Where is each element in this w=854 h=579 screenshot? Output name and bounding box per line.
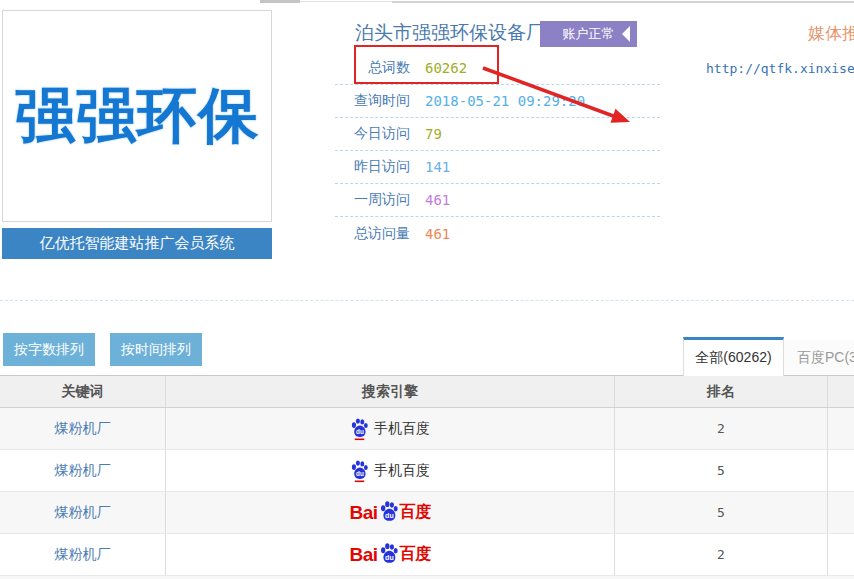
top-edge-line xyxy=(300,1,392,2)
keyword-link[interactable]: 煤粉机厂 xyxy=(55,546,111,564)
badge-ribbon-notch-icon xyxy=(622,26,630,42)
annotation-highlight-rect xyxy=(354,45,499,84)
rank-value: 2 xyxy=(717,547,725,562)
tab-all-keywords[interactable]: 全部(60262) xyxy=(683,337,784,376)
account-status-label: 账户正常 xyxy=(563,25,615,43)
stat-label: 一周访问 xyxy=(335,191,410,209)
column-header-engine: 搜索引擎 xyxy=(166,376,615,407)
baidu-logo-bai-text: Bai xyxy=(349,544,377,566)
seo-member-dashboard: { "header": { "logo_text": "强强环保", "bann… xyxy=(0,0,854,579)
member-system-banner: 亿优托智能建站推广会员系统 xyxy=(2,228,272,259)
baidu-pc-logo: Bai du 百度 xyxy=(349,542,430,567)
company-logo-box: 强强环保 xyxy=(2,10,272,222)
engine-name: 手机百度 xyxy=(374,420,430,438)
keyword-rank-table: 关键词 搜索引擎 排名 煤粉机厂 du 手机百度 2 煤粉机 xyxy=(0,375,854,579)
top-edge-line xyxy=(260,0,300,3)
svg-text:du: du xyxy=(356,470,364,477)
baidu-paw-icon: du xyxy=(379,542,399,567)
stat-value: 141 xyxy=(425,159,450,175)
column-header-extra xyxy=(828,376,854,407)
stat-row-total-visits: 总访问量 461 xyxy=(335,217,660,250)
svg-text:du: du xyxy=(385,512,394,520)
mobile-baidu-paw-icon: du xyxy=(350,459,369,483)
stat-row-today-visits: 今日访问 79 xyxy=(335,118,660,151)
stat-label: 昨日访问 xyxy=(335,158,410,176)
site-url-link[interactable]: http://qtfk.xinxisea. xyxy=(706,61,854,76)
rank-value: 5 xyxy=(717,505,725,520)
engine-cell: du 手机百度 xyxy=(350,417,430,441)
stat-label: 今日访问 xyxy=(335,125,410,143)
svg-text:du: du xyxy=(356,428,364,435)
table-row: 煤粉机厂 du 手机百度 5 xyxy=(0,450,854,492)
rank-value: 2 xyxy=(717,421,725,436)
baidu-logo-cn-text: 百度 xyxy=(400,502,431,523)
svg-text:du: du xyxy=(385,554,394,562)
stat-value: 79 xyxy=(425,126,442,142)
sort-by-wordcount-button[interactable]: 按字数排列 xyxy=(3,333,95,366)
column-header-keyword: 关键词 xyxy=(0,376,166,407)
engine-name: 手机百度 xyxy=(374,462,430,480)
media-section-label: 媒体推广 xyxy=(808,22,854,45)
stat-row-yesterday-visits: 昨日访问 141 xyxy=(335,151,660,184)
stat-label: 总访问量 xyxy=(335,225,410,243)
baidu-logo-bai-text: Bai xyxy=(349,502,377,524)
keyword-link[interactable]: 煤粉机厂 xyxy=(55,420,111,438)
column-header-rank: 排名 xyxy=(615,376,828,407)
table-row: 煤粉机厂 du 手机百度 2 xyxy=(0,408,854,450)
table-row: 煤粉机厂 Bai du 百度 2 xyxy=(0,534,854,576)
account-status-badge: 账户正常 xyxy=(540,21,637,47)
section-divider xyxy=(0,300,854,301)
sort-by-time-button[interactable]: 按时间排列 xyxy=(110,333,202,366)
keyword-link[interactable]: 煤粉机厂 xyxy=(55,504,111,522)
tab-baidu-pc[interactable]: 百度PC(30 xyxy=(784,340,854,375)
baidu-paw-icon: du xyxy=(379,500,399,525)
stat-row-query-time: 查询时间 2018-05-21 09:29:20 xyxy=(335,85,660,118)
table-row: 煤粉机厂 Bai du 百度 5 xyxy=(0,492,854,534)
mobile-baidu-paw-icon: du xyxy=(350,417,369,441)
baidu-pc-logo: Bai du 百度 xyxy=(349,500,430,525)
baidu-logo-cn-text: 百度 xyxy=(400,544,431,565)
company-logo-text: 强强环保 xyxy=(15,76,259,157)
rank-value: 5 xyxy=(717,463,725,478)
stat-label: 查询时间 xyxy=(335,92,410,110)
top-edge-line xyxy=(392,1,854,3)
stat-value: 461 xyxy=(425,226,450,242)
table-header-row: 关键词 搜索引擎 排名 xyxy=(0,376,854,408)
stat-value: 461 xyxy=(425,192,450,208)
engine-cell: du 手机百度 xyxy=(350,459,430,483)
keyword-link[interactable]: 煤粉机厂 xyxy=(55,462,111,480)
stat-row-week-visits: 一周访问 461 xyxy=(335,184,660,217)
page-title: 泊头市强强环保设备厂 xyxy=(355,20,545,46)
stat-value: 2018-05-21 09:29:20 xyxy=(425,93,585,109)
